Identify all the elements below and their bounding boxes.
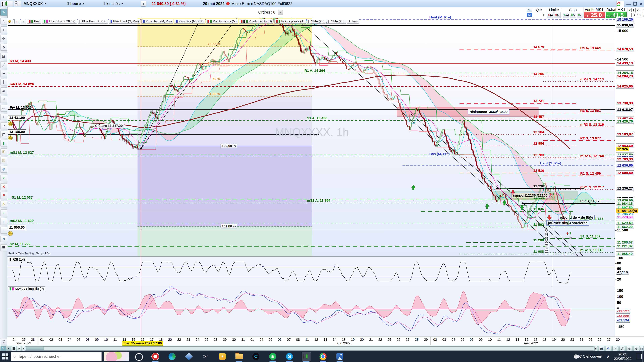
sell-market-button[interactable]: 11 825,00 xyxy=(584,12,605,18)
indicator-chip-ichimoku-9-26-52-[interactable]: Ichimoku (9 26 52) xyxy=(42,19,77,24)
menu-icon[interactable]: ☰ xyxy=(11,346,16,351)
column-width-icon[interactable]: ▥ xyxy=(639,346,644,351)
indicator-chip-sma-20-[interactable]: SMA (20) xyxy=(307,19,326,24)
horizontal-line-tool[interactable]: ━ xyxy=(0,70,7,77)
indicator-chip-points-pivots-s-[interactable]: Points pivots (S) xyxy=(239,19,273,24)
chrome-icon[interactable] xyxy=(319,352,327,361)
scrollbar-thumb[interactable] xyxy=(26,347,44,350)
indicator-chip-prix[interactable]: Prix xyxy=(27,19,41,24)
scrollbar-track[interactable] xyxy=(25,347,594,351)
arrow-down-tool[interactable]: ↓ xyxy=(0,227,7,234)
stop-checkbox[interactable] xyxy=(628,13,632,17)
target-checkbox[interactable]: ✔ xyxy=(628,8,632,12)
alarm-price-label[interactable]: 13 431,00 xyxy=(8,115,26,120)
hidden-icons-chevron[interactable]: ∧ xyxy=(606,354,610,359)
crosshair-tool[interactable]: ✛ xyxy=(0,35,7,42)
start-button[interactable] xyxy=(2,353,9,360)
indicator-chip-plus-bas-s-pr-[interactable]: Plus Bas (S, Pré) xyxy=(78,19,108,24)
indicator-chip-points-pivots-m-[interactable]: Points pivots (M) xyxy=(206,19,238,24)
scroll-right-arrow[interactable]: ▸ xyxy=(594,346,598,351)
spotify-icon[interactable]: ≋ xyxy=(268,352,277,361)
fibonacci-tool[interactable]: ≔ xyxy=(0,105,7,112)
show-desktop-button[interactable] xyxy=(642,351,644,362)
witches-note[interactable]: journée des 3 sorcières xyxy=(546,220,589,226)
macd-chip[interactable]: MACD Simplifié (9) xyxy=(8,286,45,291)
notification-center-icon[interactable] xyxy=(636,354,642,359)
sync-button[interactable] xyxy=(616,1,624,7)
close-price-label[interactable]: Clôture 13 347,20 xyxy=(94,124,124,128)
lock-tool[interactable]: ⚿ xyxy=(0,148,7,155)
stop-order-chart-button[interactable]: ⇅◺ xyxy=(570,12,576,18)
instrument-selector[interactable]: MNQXXXX▼ xyxy=(24,1,46,7)
arrow-tool[interactable]: ➚ xyxy=(0,122,7,129)
skype-icon[interactable]: S xyxy=(285,352,294,361)
axis-collapse-button[interactable]: •••▾ xyxy=(1,339,7,345)
support-note[interactable]: support12136 /12100 xyxy=(511,193,549,198)
keyboard-button[interactable]: ▤ xyxy=(526,13,532,17)
trading-app-icon[interactable] xyxy=(302,352,310,361)
units-selector[interactable]: 1 k unités▼ xyxy=(103,1,123,7)
order-settings-button[interactable]: 🔧 xyxy=(526,8,532,12)
trendline-tool[interactable]: ╱ xyxy=(0,61,7,68)
close-button[interactable]: ✕ xyxy=(639,1,643,7)
refresh-tool[interactable]: ↻ xyxy=(0,236,7,242)
scroll-left-arrow[interactable]: ◂ xyxy=(22,346,25,351)
list-tool[interactable]: ☰ xyxy=(0,244,7,251)
quantity-input[interactable] xyxy=(534,13,546,18)
clock[interactable]: 20:05 22/05/2022 xyxy=(614,352,632,361)
network-icon[interactable] xyxy=(574,354,578,359)
alarm-price-label[interactable]: 13 185,00 xyxy=(8,129,26,134)
widgets-button[interactable] xyxy=(104,352,129,361)
stop-order-book-button[interactable]: ⇅▤ xyxy=(563,12,569,18)
confirm-tool[interactable]: ✔ xyxy=(0,175,7,181)
indicator-chip-plus-haut-s-pr-[interactable]: Plus Haut (S, Pré) xyxy=(109,19,140,24)
taskbar-search[interactable]: ⌕ Taper ici pour rechercher xyxy=(11,352,102,361)
zoom-in-icon[interactable]: ⊕ xyxy=(634,346,639,351)
snipping-tool-icon[interactable]: ✂ xyxy=(201,352,210,361)
gallery-app-icon[interactable]: ✦ xyxy=(218,352,227,361)
edge-icon[interactable] xyxy=(168,352,176,361)
clear-orders-icon[interactable]: ✕ xyxy=(278,10,283,15)
delete-tool[interactable]: ✖ xyxy=(0,183,7,190)
chart-area[interactable]: 261134 xyxy=(8,18,615,337)
limit-order-chart-button[interactable]: ⇅◺ xyxy=(554,12,560,18)
cursor-tool[interactable]: ↖ xyxy=(0,18,7,24)
price-axis[interactable]: 15 00014 50011 50010080604020150100500-1… xyxy=(615,18,644,337)
timeframe-selector[interactable]: 1 heure▼ xyxy=(67,1,84,7)
channel-tool[interactable]: ▰ xyxy=(0,87,7,94)
text-tool[interactable]: T xyxy=(0,114,7,120)
info-icon[interactable]: i xyxy=(141,1,146,6)
rebound-note[interactable]: rebond de + de 50% xyxy=(558,215,595,220)
minimize-button[interactable]: — xyxy=(626,1,631,7)
photos-app-icon[interactable] xyxy=(336,352,344,361)
pitchfork-tool[interactable]: ⑂ xyxy=(0,96,7,103)
alarm-bell-icon[interactable] xyxy=(8,19,14,24)
indicator-chip-points-pivots-a-[interactable]: Points pivots (A) xyxy=(274,19,306,24)
stop-points-input[interactable]: 10 xyxy=(636,13,642,17)
restore-button[interactable]: ❐ xyxy=(633,1,637,7)
target-points-input[interactable]: 20 xyxy=(636,8,642,12)
arrow-up-tool[interactable]: ↑ xyxy=(0,218,7,225)
alarm-price-label[interactable]: 11 505,50 xyxy=(8,225,26,230)
file-explorer-icon[interactable] xyxy=(235,352,244,361)
red-circle-app-icon[interactable] xyxy=(151,352,160,361)
lock-2-tool[interactable]: ⚿ xyxy=(0,157,7,164)
indicator-chip-plus-bas-m-pr-[interactable]: Plus Bas (M, Pré) xyxy=(174,19,205,24)
chevron-down-icon[interactable]: ▾ xyxy=(7,346,10,351)
draw-pencil-tool[interactable]: ✎ xyxy=(0,9,7,16)
buy-arrow-icon[interactable]: ↑ xyxy=(21,19,26,24)
rectangle-tool[interactable]: ▢ xyxy=(0,131,7,138)
magnet-tool[interactable]: ⊕ xyxy=(0,166,7,173)
date-axis[interactable]: 2425280102030407080910111315161718202223… xyxy=(8,337,644,346)
limit-order-book-button[interactable]: ⇅▤ xyxy=(547,12,554,18)
task-view-button[interactable] xyxy=(135,353,143,361)
vertical-line-tool[interactable]: ┃ xyxy=(0,79,7,85)
resistance-note[interactable]: résistance13660/13500 xyxy=(468,109,509,114)
zoom-tool[interactable]: ⌕ xyxy=(0,26,7,33)
indicator-chip-plus-haut-m-pr-[interactable]: Plus Haut (M, Pré) xyxy=(142,19,173,24)
blue-diamond-app-icon[interactable] xyxy=(184,352,193,361)
indicator-chip-autres[interactable]: Autres xyxy=(347,19,359,24)
zoom-out-icon[interactable]: ⊖ xyxy=(626,346,632,351)
expand-icon[interactable]: » xyxy=(17,346,21,351)
chart-type-button[interactable] xyxy=(1,1,14,7)
